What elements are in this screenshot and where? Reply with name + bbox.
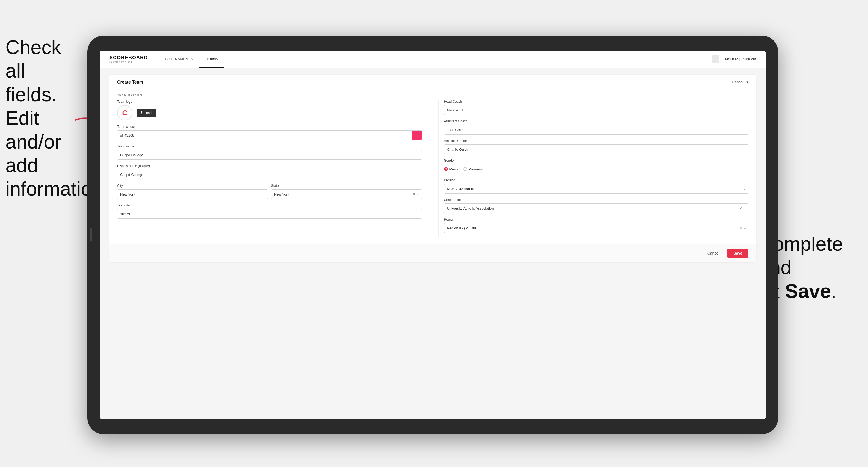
team-colour-label: Team colour (117, 125, 422, 129)
team-name-input[interactable] (117, 150, 422, 160)
zip-input[interactable] (117, 209, 422, 219)
conference-group: Conference University Athletic Associati… (444, 198, 749, 213)
radio-womens-label: Womens (469, 167, 483, 171)
state-select-wrap: New York ✕ ⌄ (271, 189, 422, 199)
state-select[interactable]: New York (271, 189, 422, 199)
tablet-device: SCOREBOARD Powered by clippd TOURNAMENTS… (87, 35, 778, 434)
conference-select-wrap: University Athletic Association ✕ ⌄ (444, 204, 749, 213)
team-logo-label: Team logo (117, 100, 422, 103)
sign-out-link[interactable]: Sign out (743, 57, 756, 61)
city-state-group: City State New York ✕ ⌄ (117, 184, 422, 199)
color-text-input[interactable] (117, 130, 412, 140)
upload-button[interactable]: Upload (137, 109, 156, 117)
asst-coach-input[interactable] (444, 125, 749, 135)
region-clear-icon[interactable]: ✕ (739, 226, 742, 230)
team-colour-group: Team colour (117, 125, 422, 140)
display-name-label: Display name (unique) (117, 164, 422, 168)
head-coach-label: Head Coach (444, 100, 749, 103)
logo-name: SCOREBOARD (110, 55, 148, 61)
form-panel: Create Team Cancel ✕ TEAM DETAILS (110, 74, 756, 262)
logo-letter: C (122, 109, 127, 117)
gender-label: Gender (444, 159, 749, 162)
head-coach-input[interactable] (444, 105, 749, 115)
form-header: Create Team Cancel ✕ (110, 74, 756, 90)
athletic-dir-label: Athletic Director (444, 139, 749, 143)
city-field-wrap: City (117, 184, 268, 199)
section-label: TEAM DETAILS (110, 90, 756, 100)
color-input-wrap (117, 130, 422, 140)
color-swatch[interactable] (412, 130, 422, 140)
navbar: SCOREBOARD Powered by clippd TOURNAMENTS… (100, 51, 766, 68)
form-right-column: Head Coach Assistant Coach Athletic Dire… (444, 100, 749, 237)
state-clear-icon[interactable]: ✕ (412, 192, 416, 196)
tablet-screen: SCOREBOARD Powered by clippd TOURNAMENTS… (100, 51, 766, 419)
user-area: Test User | Sign out (712, 56, 756, 63)
state-field-wrap: State New York ✕ ⌄ (271, 184, 422, 199)
display-name-group: Display name (unique) (117, 164, 422, 180)
logo-sub: Powered by clippd (110, 61, 148, 63)
head-coach-group: Head Coach (444, 100, 749, 115)
city-input[interactable] (117, 189, 268, 199)
athletic-dir-group: Athletic Director (444, 139, 749, 154)
conference-label: Conference (444, 198, 749, 202)
radio-womens[interactable]: Womens (463, 167, 483, 171)
close-icon[interactable]: ✕ (745, 80, 748, 85)
logo-circle: C (117, 105, 132, 120)
state-label: State (271, 184, 422, 188)
save-button[interactable]: Save (727, 249, 748, 258)
athletic-dir-input[interactable] (444, 145, 749, 154)
form-body: Team logo C Upload Team colour (110, 100, 756, 244)
cancel-top-label: Cancel (732, 80, 743, 84)
division-select-wrap: NCAA Division III ⌄ (444, 184, 749, 194)
form-left-column: Team logo C Upload Team colour (117, 100, 433, 237)
logo: SCOREBOARD Powered by clippd (110, 55, 148, 63)
city-label: City (117, 184, 268, 188)
form-title: Create Team (117, 80, 143, 85)
avatar (712, 56, 719, 63)
region-select[interactable]: Region II - (M) DIII (444, 223, 749, 233)
radio-dot-mens (444, 167, 448, 171)
nav-tournaments[interactable]: TOURNAMENTS (159, 51, 199, 68)
asst-coach-group: Assistant Coach (444, 119, 749, 135)
cancel-top-button[interactable]: Cancel ✕ (732, 80, 748, 85)
division-group: Division NCAA Division III ⌄ (444, 178, 749, 194)
annotation-right-line3: . (831, 280, 836, 302)
main-content: Create Team Cancel ✕ TEAM DETAILS (100, 68, 766, 419)
cancel-button[interactable]: Cancel (703, 249, 724, 257)
form-footer: Cancel Save (110, 244, 756, 262)
gender-group: Gender Mens Womens (444, 159, 749, 174)
region-group: Region Region II - (M) DIII ✕ ⌄ (444, 218, 749, 233)
display-name-input[interactable] (117, 169, 422, 180)
conference-select[interactable]: University Athletic Association (444, 204, 749, 213)
radio-mens-label: Mens (450, 167, 458, 171)
region-label: Region (444, 218, 749, 221)
division-select[interactable]: NCAA Division III (444, 184, 749, 194)
radio-mens[interactable]: Mens (444, 167, 458, 171)
tablet-side-button (90, 228, 92, 242)
annotation-line1: Check all fields. (5, 36, 61, 105)
annotation-right-bold: Save (785, 280, 831, 302)
asst-coach-label: Assistant Coach (444, 119, 749, 123)
logo-area: C Upload (117, 105, 422, 120)
annotation-line2: Edit and/or add (5, 107, 61, 176)
nav-teams[interactable]: TEAMS (199, 51, 224, 68)
gender-radio-group: Mens Womens (444, 164, 749, 174)
user-name: Test User | (723, 57, 740, 61)
team-name-label: Team name (117, 145, 422, 148)
region-select-wrap: Region II - (M) DIII ✕ ⌄ (444, 223, 749, 233)
team-name-group: Team name (117, 145, 422, 160)
nav-menu: TOURNAMENTS TEAMS (159, 51, 712, 68)
zip-label: Zip code (117, 204, 422, 207)
zip-code-group: Zip code (117, 204, 422, 219)
radio-dot-womens (463, 167, 467, 171)
conference-clear-icon[interactable]: ✕ (739, 206, 742, 211)
division-label: Division (444, 178, 749, 182)
team-logo-group: Team logo C Upload (117, 100, 422, 120)
annotation-left: Check all fields. Edit and/or add inform… (5, 35, 79, 201)
